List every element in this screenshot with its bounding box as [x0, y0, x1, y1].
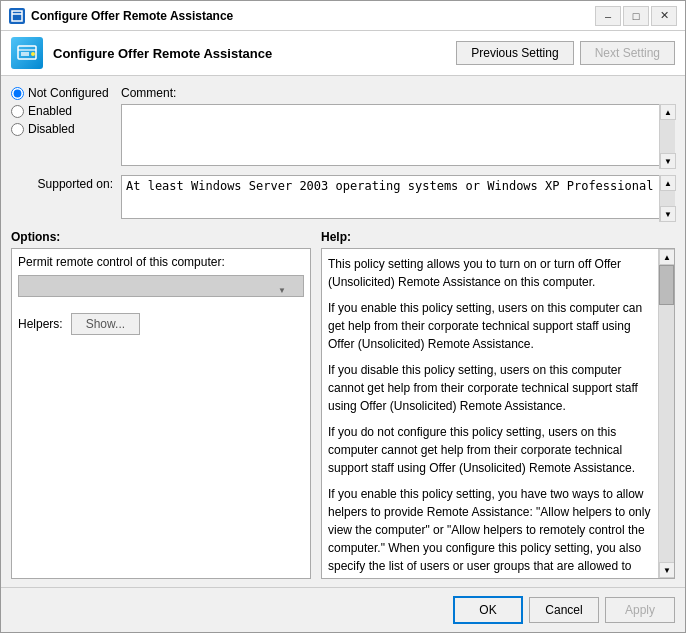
- radio-disabled[interactable]: Disabled: [11, 122, 121, 136]
- comment-box-wrapper: ▲ ▼: [121, 104, 675, 169]
- comment-scrollbar: ▲ ▼: [659, 104, 675, 169]
- help-para-4: If you do not configure this policy sett…: [328, 423, 654, 477]
- next-setting-button[interactable]: Next Setting: [580, 41, 675, 65]
- title-bar: Configure Offer Remote Assistance – □ ✕: [1, 1, 685, 31]
- options-help-panels: Permit remote control of this computer: …: [11, 248, 675, 579]
- help-para-2: If you enable this policy setting, users…: [328, 299, 654, 353]
- close-button[interactable]: ✕: [651, 6, 677, 26]
- apply-button[interactable]: Apply: [605, 597, 675, 623]
- helpers-label: Helpers:: [18, 317, 63, 331]
- supported-box-wrapper: At least Windows Server 2003 operating s…: [121, 175, 675, 222]
- comment-label: Comment:: [121, 84, 176, 100]
- comment-textarea[interactable]: [121, 104, 675, 166]
- help-text: This policy setting allows you to turn o…: [322, 249, 674, 578]
- minimize-button[interactable]: –: [595, 6, 621, 26]
- help-scroll-up[interactable]: ▲: [659, 249, 675, 265]
- header-icon: [11, 37, 43, 69]
- window-title: Configure Offer Remote Assistance: [31, 9, 595, 23]
- help-para-5: If you enable this policy setting, you h…: [328, 485, 654, 578]
- supported-scrollbar: ▲ ▼: [659, 175, 675, 222]
- help-scrollbar: ▲ ▼: [658, 249, 674, 578]
- footer-bar: OK Cancel Apply: [1, 587, 685, 632]
- radio-enabled[interactable]: Enabled: [11, 104, 121, 118]
- help-content-wrapper: This policy setting allows you to turn o…: [321, 248, 675, 579]
- help-panel: This policy setting allows you to turn o…: [321, 248, 675, 579]
- show-button[interactable]: Show...: [71, 313, 140, 335]
- supported-label: Supported on:: [11, 175, 121, 191]
- help-section-label: Help:: [321, 230, 351, 244]
- supported-textarea: At least Windows Server 2003 operating s…: [121, 175, 675, 219]
- svg-rect-4: [21, 52, 29, 56]
- permit-label: Permit remote control of this computer:: [18, 255, 304, 269]
- options-section-label: Options:: [11, 230, 321, 244]
- help-scroll-down[interactable]: ▼: [659, 562, 675, 578]
- cancel-button[interactable]: Cancel: [529, 597, 599, 623]
- help-para-1: This policy setting allows you to turn o…: [328, 255, 654, 291]
- window-icon: [9, 8, 25, 24]
- radio-section: Not Configured Enabled Disabled: [11, 84, 121, 169]
- supported-row: Supported on: At least Windows Server 20…: [11, 175, 675, 222]
- supported-scroll-up[interactable]: ▲: [660, 175, 676, 191]
- comment-scroll-up[interactable]: ▲: [660, 104, 676, 120]
- header-buttons: Previous Setting Next Setting: [456, 41, 675, 65]
- window-controls: – □ ✕: [595, 6, 677, 26]
- comment-row: Not Configured Enabled Disabled Comment:: [11, 84, 675, 169]
- svg-point-5: [31, 52, 35, 56]
- options-panel: Permit remote control of this computer: …: [11, 248, 311, 579]
- header-bar: Configure Offer Remote Assistance Previo…: [1, 31, 685, 76]
- content-area: Not Configured Enabled Disabled Comment:: [1, 76, 685, 587]
- helpers-row: Helpers: Show...: [18, 313, 304, 335]
- maximize-button[interactable]: □: [623, 6, 649, 26]
- supported-scroll-track: [660, 191, 675, 206]
- main-window: Configure Offer Remote Assistance – □ ✕ …: [0, 0, 686, 633]
- comment-scroll-down[interactable]: ▼: [660, 153, 676, 169]
- help-scroll-thumb: [659, 265, 674, 305]
- comment-scroll-track: [660, 120, 675, 153]
- ok-button[interactable]: OK: [453, 596, 523, 624]
- svg-rect-0: [12, 11, 22, 21]
- permit-dropdown[interactable]: [18, 275, 304, 297]
- header-title: Configure Offer Remote Assistance: [53, 46, 446, 61]
- help-scroll-track: [659, 265, 674, 562]
- radio-not-configured[interactable]: Not Configured: [11, 86, 121, 100]
- supported-scroll-down[interactable]: ▼: [660, 206, 676, 222]
- help-para-3: If you disable this policy setting, user…: [328, 361, 654, 415]
- prev-setting-button[interactable]: Previous Setting: [456, 41, 573, 65]
- section-labels: Options: Help:: [11, 230, 675, 244]
